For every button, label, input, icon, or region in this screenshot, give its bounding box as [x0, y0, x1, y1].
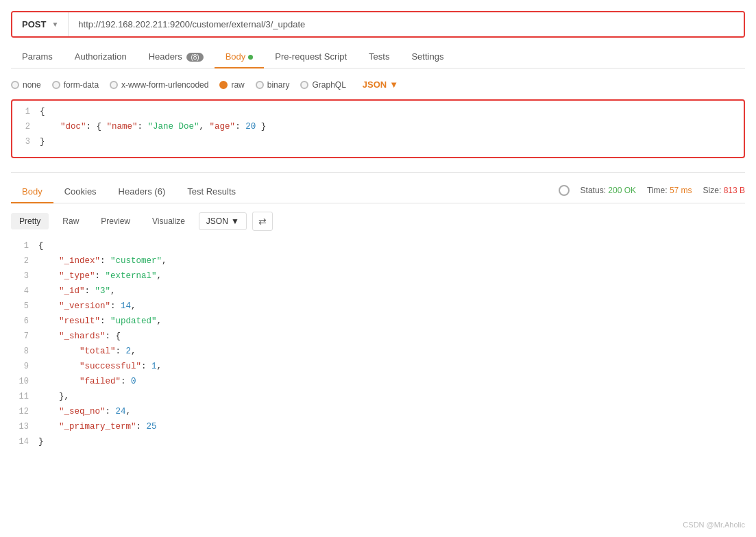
globe-icon	[559, 185, 570, 196]
tab-tests[interactable]: Tests	[358, 46, 400, 68]
radio-graphql[interactable]: GraphQL	[300, 80, 345, 90]
response-code-line: 10 "failed": 0	[11, 376, 745, 391]
format-btn-visualize[interactable]: Visualize	[144, 213, 193, 229]
response-code-line: 5 "_version": 14,	[11, 301, 745, 316]
response-code-line: 8 "total": 2,	[11, 346, 745, 361]
response-code-line: 11 },	[11, 391, 745, 406]
watermark: CSDN @Mr.Aholic	[683, 521, 745, 529]
response-code-line: 4 "_id": "3",	[11, 286, 745, 301]
size-value: 813 B	[724, 186, 745, 195]
radio-none[interactable]: none	[11, 80, 41, 90]
radio-graphql-circle	[300, 81, 308, 89]
radio-urlencoded[interactable]: x-www-form-urlencoded	[110, 80, 208, 90]
size-label: Size: 813 B	[703, 186, 745, 195]
url-bar: POST ▼	[11, 11, 745, 38]
chevron-down-icon: ▼	[231, 216, 239, 226]
radio-binary-circle	[256, 81, 264, 89]
radio-raw-circle	[219, 81, 228, 89]
response-code-line: 2 "_index": "customer",	[11, 255, 745, 271]
response-code-line: 7 "_shards": {	[11, 331, 745, 346]
request-code-line: 2 "doc": { "name": "Jane Doe", "age": 20…	[12, 121, 744, 136]
section-divider	[11, 172, 745, 173]
chevron-down-icon: ▼	[389, 79, 398, 90]
response-tabs: Body Cookies Headers (6) Test Results	[11, 181, 247, 203]
body-active-dot	[248, 55, 253, 60]
radio-binary[interactable]: binary	[256, 80, 290, 90]
status-value: 200 OK	[608, 186, 636, 195]
response-code-line: 12 "_seq_no": 24,	[11, 406, 745, 421]
radio-urlencoded-circle	[110, 81, 118, 89]
response-code-line: 1{	[11, 240, 745, 255]
request-code-area: 1{2 "doc": { "name": "Jane Doe", "age": …	[12, 101, 744, 157]
json-format-dropdown[interactable]: JSON ▼	[363, 79, 398, 90]
tab-headers[interactable]: Headers (8)	[138, 46, 215, 68]
response-code-line: 13 "_primary_term": 25	[11, 421, 745, 436]
resp-tab-headers[interactable]: Headers (6)	[108, 181, 177, 203]
radio-form-data[interactable]: form-data	[52, 80, 99, 90]
tab-params[interactable]: Params	[11, 46, 64, 68]
tab-settings[interactable]: Settings	[400, 46, 454, 68]
tab-prerequest[interactable]: Pre-request Script	[264, 46, 358, 68]
request-code-line: 1{	[12, 106, 744, 121]
request-body-editor[interactable]: 1{2 "doc": { "name": "Jane Doe", "age": …	[11, 99, 745, 158]
response-format-dropdown[interactable]: JSON ▼	[199, 212, 247, 230]
wrap-lines-icon[interactable]: ⇄	[252, 212, 273, 231]
resp-tab-body[interactable]: Body	[11, 181, 53, 203]
tab-body[interactable]: Body	[215, 46, 265, 68]
resp-tab-test-results[interactable]: Test Results	[176, 181, 247, 203]
radio-raw[interactable]: raw	[219, 80, 244, 90]
tab-authorization[interactable]: Authorization	[64, 46, 138, 68]
format-btn-preview[interactable]: Preview	[93, 213, 138, 229]
time-value: 57 ms	[670, 186, 692, 195]
time-label: Time: 57 ms	[647, 186, 692, 195]
body-type-row: none form-data x-www-form-urlencoded raw…	[11, 77, 745, 92]
response-format-row: Pretty Raw Preview Visualize JSON ▼ ⇄	[11, 212, 745, 231]
request-code-line: 3}	[12, 136, 744, 151]
response-meta: Status: 200 OK Time: 57 ms Size: 813 B	[559, 185, 745, 199]
request-tabs: Params Authorization Headers (8) Body Pr…	[11, 46, 745, 68]
url-input[interactable]	[69, 12, 744, 36]
response-body-area: 1{2 "_index": "customer",3 "_type": "ext…	[11, 238, 745, 454]
chevron-down-icon: ▼	[51, 21, 58, 28]
response-code-line: 9 "successful": 1,	[11, 361, 745, 376]
status-label: Status: 200 OK	[581, 186, 636, 195]
method-selector[interactable]: POST ▼	[12, 12, 69, 36]
response-code-line: 6 "result": "updated",	[11, 316, 745, 331]
format-btn-raw[interactable]: Raw	[54, 213, 87, 229]
radio-form-data-circle	[52, 81, 60, 89]
resp-tab-cookies[interactable]: Cookies	[53, 181, 108, 203]
method-label: POST	[22, 19, 46, 29]
response-tabs-row: Body Cookies Headers (6) Test Results St…	[11, 181, 745, 203]
response-code-line: 3 "_type": "external",	[11, 271, 745, 286]
format-btn-pretty[interactable]: Pretty	[11, 213, 49, 229]
radio-none-circle	[11, 81, 19, 89]
response-code-line: 14}	[11, 436, 745, 451]
